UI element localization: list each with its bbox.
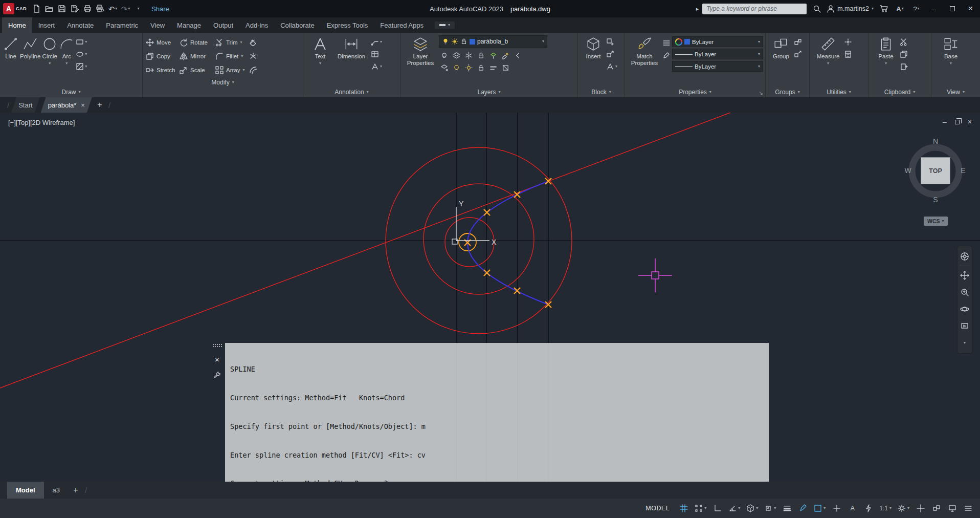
plot-button[interactable] [81,2,94,15]
group-button[interactable]: Group [770,35,792,87]
layer-unlock-all-button[interactable] [476,63,486,72]
mirror-button[interactable]: Mirror [180,52,213,60]
measure-button[interactable]: Measure ▾ [814,35,842,87]
new-layout-button[interactable]: + [69,482,83,499]
layer-freeze-button[interactable] [463,51,474,60]
lineweight-toggle[interactable] [780,502,794,515]
annotation-monitor-toggle[interactable] [830,502,843,515]
tab-featured-apps[interactable]: Featured Apps [374,17,430,33]
viewcube-west[interactable]: W [903,166,913,175]
tab-insert[interactable]: Insert [32,17,61,33]
viewcube-south[interactable]: S [930,196,941,204]
qat-customize-button[interactable]: ▾ [132,2,145,15]
close-tab-icon[interactable]: × [81,101,85,109]
viewcube-north[interactable]: N [930,137,941,145]
new-file-button[interactable] [30,2,42,15]
polar-tracking-toggle[interactable]: ▾ [726,502,742,515]
circle-button[interactable]: Circle ▾ [42,35,57,87]
layer-unisolate-button[interactable] [439,63,449,72]
zoom-button[interactable] [958,285,971,300]
arc-button[interactable]: Arc ▾ [59,35,74,87]
osnap-dropdown-icon[interactable]: ▾ [774,506,776,510]
orbit-button[interactable] [958,301,971,317]
viewcube[interactable]: N W E S TOP [901,136,970,206]
insert-button[interactable]: Insert [582,35,605,87]
showmotion-button[interactable] [958,318,971,334]
tab-parametric[interactable]: Parametric [100,17,144,33]
layer-isolate-button[interactable] [451,51,461,60]
ungroup-button[interactable] [794,37,802,47]
workspace-switching-button[interactable]: ▾ [896,502,911,515]
fillet-button[interactable]: Fillet▾ [215,52,247,60]
file-tab-parabola[interactable]: parábola* × [41,97,92,113]
id-point-button[interactable] [844,37,852,47]
tab-collaborate[interactable]: Collaborate [274,17,321,33]
isodraft-toggle[interactable]: ▾ [744,502,760,515]
panel-label-draw[interactable]: Draw▾ [0,87,142,97]
customize-button[interactable] [961,502,975,515]
layer-walk-button[interactable] [488,63,498,72]
panel-label-properties[interactable]: Properties▾ [625,87,765,97]
table-button[interactable] [371,49,382,59]
dynamic-input-toggle[interactable] [796,502,810,515]
grid-toggle[interactable] [677,502,691,515]
undo-button[interactable]: ↶▾ [106,2,119,15]
snap-dropdown-icon[interactable]: ▾ [704,506,706,510]
clean-screen-button[interactable] [914,502,927,515]
command-close-icon[interactable]: × [215,355,219,364]
ortho-toggle[interactable] [710,502,724,515]
object-color-selector[interactable]: ByLayer ▾ [672,36,763,47]
linetype-selector[interactable]: ByLayer ▾ [672,61,763,72]
copy-button[interactable]: Copy [146,52,177,60]
line-button[interactable]: Line [3,35,18,87]
user-account-button[interactable]: m.martins2 ▾ [827,5,874,13]
tab-express-tools[interactable]: Express Tools [321,17,374,33]
property-paint-button[interactable] [662,50,671,60]
group-edit-button[interactable] [794,49,802,59]
app-store-button[interactable] [877,2,890,15]
close-button[interactable]: × [963,1,978,16]
panel-label-modify[interactable]: Modify▾ [143,77,303,88]
selection-dropdown-icon[interactable]: ▾ [823,506,826,510]
share-button[interactable]: Share [149,5,169,13]
lineweight-selector[interactable]: ByLayer ▾ [672,49,763,59]
annotation-scale-button[interactable]: 1:1▾ [877,502,894,515]
doc-minimize-icon[interactable]: – [943,118,947,126]
layer-on-all-button[interactable] [451,63,461,72]
search-button[interactable] [810,2,823,15]
batch-plot-button[interactable] [94,2,106,15]
annotation-scale-dropdown-icon[interactable]: ▾ [889,506,892,510]
rotate-button[interactable]: Rotate [180,38,213,47]
redo-button[interactable]: ↷▾ [119,2,132,15]
polar-dropdown-icon[interactable]: ▾ [738,506,740,510]
isodraft-dropdown-icon[interactable]: ▾ [756,506,758,510]
rectangle-button[interactable]: ▾ [76,37,87,47]
viewcube-top-face[interactable]: TOP [921,157,950,184]
hatch-button[interactable]: ▾ [76,61,87,71]
panel-label-utilities[interactable]: Utilities▾ [810,87,868,97]
app-menu-button[interactable]: A CAD [3,3,27,14]
base-button[interactable]: Base ▾ [939,35,963,87]
create-block-button[interactable] [606,37,617,47]
layer-match-button[interactable] [500,51,510,60]
layer-lock-button[interactable] [476,51,486,60]
doc-close-icon[interactable]: × [968,118,972,126]
maximize-button[interactable] [945,1,960,16]
open-file-button[interactable] [42,2,55,15]
layout-tab-model[interactable]: Model [7,482,44,499]
paste-special-button[interactable] [900,61,908,71]
dimension-button[interactable]: Dimension [333,35,369,87]
full-navigation-wheel-button[interactable] [958,249,971,264]
search-collapse-icon[interactable]: ▸ [696,6,699,12]
explode-button[interactable] [249,52,261,60]
ribbon-display-toggle[interactable]: ▾ [435,21,455,29]
erase-button[interactable] [249,38,261,47]
command-drag-handle[interactable] [212,343,222,348]
move-button[interactable]: Move [146,38,177,47]
help-search-box[interactable] [702,4,807,14]
autodesk-access-button[interactable]: A▾ [894,2,906,15]
model-space-button[interactable]: MODEL [640,502,675,515]
panel-label-view[interactable]: View▾ [931,87,980,97]
layer-off-button[interactable] [439,51,449,60]
viewcube-east[interactable]: E [958,166,968,175]
